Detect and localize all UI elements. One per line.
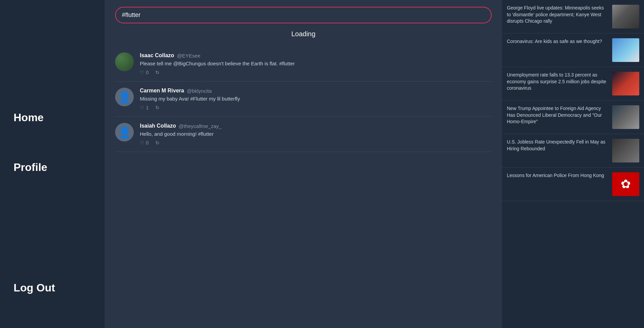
- news-title: George Floyd live updates: Minneapolis s…: [507, 5, 609, 25]
- tweet-username: Carmen M Rivera: [140, 88, 184, 94]
- news-text-block: George Floyd live updates: Minneapolis s…: [507, 5, 609, 28]
- tweet-text: Please tell me @BigChungus doesn't belie…: [140, 60, 492, 67]
- news-thumbnail: [612, 72, 639, 95]
- news-title: Lessons for American Police From Hong Ko…: [507, 172, 609, 179]
- person-icon: 👤: [118, 126, 131, 139]
- search-input[interactable]: [115, 7, 492, 23]
- tweet-header: Isaiah Collazo @theycallme_zay_: [140, 123, 492, 129]
- retweet-button[interactable]: ↻: [155, 105, 159, 110]
- news-thumbnail: [612, 105, 639, 129]
- tweet-content: Carmen M Rivera @bklyncita Missing my ba…: [140, 88, 492, 110]
- heart-icon: ♡: [140, 105, 144, 110]
- like-count: 1: [146, 105, 149, 110]
- like-count: 0: [146, 70, 149, 75]
- tweet-text: Hello, and good morning! #flutter: [140, 130, 492, 137]
- table-row: Isaac Collazo @EYEsee Please tell me @Bi…: [115, 46, 492, 82]
- sidebar-item-profile[interactable]: Profile: [7, 154, 98, 180]
- news-text-block: Lessons for American Police From Hong Ko…: [507, 172, 609, 196]
- news-title: U.S. Jobless Rate Unexpectedly Fell in M…: [507, 139, 609, 152]
- person-icon: 👤: [118, 91, 131, 104]
- table-row: 👤 Isaiah Collazo @theycallme_zay_ Hello,…: [115, 117, 492, 152]
- avatar: [115, 52, 134, 71]
- table-row: 👤 Carmen M Rivera @bklyncita Missing my …: [115, 82, 492, 117]
- tweet-username: Isaiah Collazo: [140, 123, 176, 129]
- tweet-header: Carmen M Rivera @bklyncita: [140, 88, 492, 94]
- list-item[interactable]: Lessons for American Police From Hong Ko…: [502, 168, 644, 201]
- list-item[interactable]: Coronavirus: Are kids as safe as we thou…: [502, 34, 644, 67]
- tweet-actions: ♡ 0 ↻: [140, 70, 492, 75]
- sidebar-item-home[interactable]: Home: [7, 105, 98, 131]
- list-item[interactable]: George Floyd live updates: Minneapolis s…: [502, 0, 644, 34]
- like-button[interactable]: ♡ 0: [140, 70, 149, 75]
- news-title: Coronavirus: Are kids as safe as we thou…: [507, 38, 609, 45]
- avatar: 👤: [115, 123, 134, 141]
- list-item[interactable]: New Trump Appointee to Foreign Aid Agenc…: [502, 101, 644, 134]
- avatar: 👤: [115, 88, 134, 106]
- news-text-block: Coronavirus: Are kids as safe as we thou…: [507, 38, 609, 62]
- tweets-list: Isaac Collazo @EYEsee Please tell me @Bi…: [115, 46, 492, 152]
- tweet-text: Missing my baby Ava! #Flutter my lil but…: [140, 95, 492, 102]
- sidebar-item-logout[interactable]: Log Out: [7, 275, 98, 301]
- news-thumbnail: [612, 139, 639, 162]
- heart-icon: ♡: [140, 140, 144, 146]
- news-thumbnail: ✿: [612, 172, 639, 196]
- tweet-actions: ♡ 1 ↻: [140, 105, 492, 110]
- tweet-header: Isaac Collazo @EYEsee: [140, 52, 492, 59]
- list-item[interactable]: U.S. Jobless Rate Unexpectedly Fell in M…: [502, 134, 644, 168]
- retweet-icon: ↻: [155, 105, 159, 110]
- tweet-actions: ♡ 0 ↻: [140, 140, 492, 146]
- news-text-block: Unemployment rate falls to 13.3 percent …: [507, 72, 609, 95]
- hk-flower-icon: ✿: [621, 177, 631, 191]
- news-text-block: U.S. Jobless Rate Unexpectedly Fell in M…: [507, 139, 609, 162]
- news-title: Unemployment rate falls to 13.3 percent …: [507, 72, 609, 92]
- tweet-handle: @theycallme_zay_: [179, 123, 222, 129]
- like-button[interactable]: ♡ 1: [140, 105, 149, 110]
- tweet-handle: @EYEsee: [177, 53, 200, 59]
- news-title: New Trump Appointee to Foreign Aid Agenc…: [507, 105, 609, 125]
- loading-status: Loading: [115, 30, 492, 38]
- heart-icon: ♡: [140, 70, 144, 75]
- tweet-content: Isaac Collazo @EYEsee Please tell me @Bi…: [140, 52, 492, 75]
- retweet-icon: ↻: [155, 70, 159, 75]
- tweet-content: Isaiah Collazo @theycallme_zay_ Hello, a…: [140, 123, 492, 146]
- like-count: 0: [146, 140, 149, 146]
- search-bar-container: [115, 7, 492, 23]
- retweet-icon: ↻: [155, 140, 159, 146]
- news-thumbnail: [612, 5, 639, 28]
- retweet-button[interactable]: ↻: [155, 140, 159, 146]
- main-content: Loading Isaac Collazo @EYEsee Please tel…: [105, 0, 502, 328]
- right-panel: George Floyd live updates: Minneapolis s…: [502, 0, 644, 328]
- sidebar: Home Profile Log Out: [0, 0, 105, 328]
- tweet-username: Isaac Collazo: [140, 52, 174, 59]
- news-thumbnail: [612, 38, 639, 62]
- list-item[interactable]: Unemployment rate falls to 13.3 percent …: [502, 67, 644, 101]
- avatar-image-green: [115, 52, 134, 71]
- news-text-block: New Trump Appointee to Foreign Aid Agenc…: [507, 105, 609, 129]
- like-button[interactable]: ♡ 0: [140, 140, 149, 146]
- retweet-button[interactable]: ↻: [155, 70, 159, 75]
- tweet-handle: @bklyncita: [187, 88, 212, 94]
